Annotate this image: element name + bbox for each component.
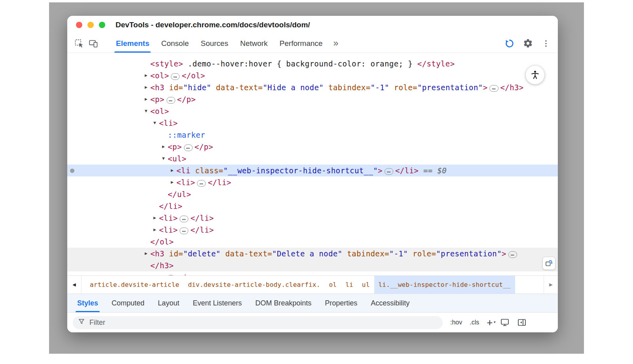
new-style-rule-button[interactable]: + [487, 318, 493, 326]
sidebar-tab-properties[interactable]: Properties [318, 294, 364, 312]
dom-tree-row[interactable]: ▶<p>…</p> [67, 141, 558, 153]
monitor-icon [500, 318, 510, 327]
collapsed-content-button[interactable]: … [180, 228, 188, 234]
settings-gear-icon[interactable] [521, 38, 535, 48]
computed-sidebar-toggle-button[interactable] [517, 318, 527, 327]
breadcrumb-item[interactable]: div.devsite-article-body.clearfix. [184, 276, 324, 294]
collapsed-content-button[interactable]: … [171, 73, 180, 80]
disclosure-down-icon[interactable]: ▼ [152, 117, 158, 129]
disclosure-right-icon[interactable]: ▶ [143, 248, 149, 260]
collapsed-content-button[interactable]: … [180, 216, 188, 222]
disclosure-right-icon[interactable]: ▶ [160, 141, 167, 153]
sidebar-tab-strip: StylesComputedLayoutEvent ListenersDOM B… [67, 294, 558, 312]
filter-placeholder: Filter [89, 318, 105, 327]
title-bar: DevTools - developer.chrome.com/docs/dev… [67, 16, 558, 34]
filter-bar: Filter :hov .cls + [67, 312, 558, 332]
sidebar-tab-computed[interactable]: Computed [105, 294, 151, 312]
code-token-tag: </ul> [168, 190, 191, 199]
toolbar-right-group [502, 34, 558, 53]
more-options-kebab-icon[interactable] [539, 39, 553, 48]
sidebar-tab-accessibility[interactable]: Accessibility [364, 294, 416, 312]
code-token-tag: </li> [190, 214, 214, 222]
breadcrumb-item[interactable]: article.devsite-article [85, 276, 184, 294]
disclosure-right-icon[interactable]: ▶ [143, 93, 149, 105]
tab-console[interactable]: Console [155, 34, 195, 53]
element-classes-button[interactable]: .cls [470, 319, 479, 326]
dom-tree-row[interactable]: ▼<ul> [67, 153, 558, 165]
code-token-tag: </style> [417, 59, 455, 68]
zoom-window-button[interactable] [99, 22, 105, 28]
collapsed-content-button[interactable]: … [508, 251, 517, 258]
code-token-tag: </p> [177, 95, 196, 104]
code-token-attr: tabindex= [324, 83, 370, 92]
more-tabs-chevron-icon[interactable]: » [328, 34, 343, 53]
inspect-element-icon[interactable] [72, 34, 86, 53]
device-toolbar-icon[interactable] [86, 34, 100, 53]
dom-tree-row[interactable]: </ol> [67, 236, 558, 248]
disclosure-right-icon[interactable]: ▶ [169, 165, 175, 176]
sidebar-tab-dom-breakpoints[interactable]: DOM Breakpoints [248, 294, 318, 312]
disclosure-right-icon[interactable]: ▶ [169, 176, 175, 188]
disclosure-right-icon[interactable]: ▶ [143, 82, 149, 93]
dom-tree-row[interactable]: ▼<li> [67, 117, 558, 129]
disclosure-right-icon[interactable]: ▶ [143, 70, 149, 82]
toggle-element-state-button[interactable]: :hov [450, 319, 462, 326]
dom-tree-row[interactable]: </h3> [67, 260, 558, 271]
disclosure-right-icon[interactable]: ▶ [152, 224, 158, 236]
main-tab-strip: ElementsConsoleSourcesNetworkPerformance [110, 34, 328, 53]
collapsed-content-button[interactable]: … [197, 180, 206, 187]
minimize-window-button[interactable] [87, 22, 94, 28]
dom-tree-row[interactable]: ▶<p>…</p> [67, 271, 558, 275]
dom-tree-row[interactable]: ▼<ol> [67, 105, 558, 117]
dom-tree-row[interactable]: ::marker [67, 129, 558, 141]
dom-tree-row[interactable]: ▶<li>…</li> [67, 224, 558, 236]
breadcrumb-item[interactable]: li [341, 276, 358, 294]
breadcrumb-item[interactable]: ol [324, 276, 341, 294]
breadcrumb-scroll-left-icon[interactable]: ◀ [67, 276, 81, 294]
dom-tree-row[interactable]: ▶<li class="__web-inspector-hide-shortcu… [67, 165, 558, 176]
breadcrumb-item[interactable]: li.__web-inspector-hide-shortcut__ [374, 276, 515, 294]
accessibility-overlay-button[interactable] [526, 66, 544, 84]
dom-tree-row[interactable]: </li> [67, 200, 558, 212]
dom-tree-row[interactable]: ▶<li>…</li> [67, 212, 558, 224]
disclosure-down-icon[interactable]: ▼ [160, 153, 167, 165]
breadcrumb-item[interactable]: ul [358, 276, 374, 294]
dom-tree-row[interactable]: ▶<p>…</p> [67, 93, 558, 105]
code-token-attr: id= [165, 83, 183, 92]
dom-tree-row[interactable]: ▶<h3 id="hide" data-text="Hide a node" t… [67, 82, 558, 93]
dom-tree-row[interactable]: <style> .demo--hover:hover { background-… [67, 58, 558, 70]
code-token-tag: <ol> [150, 107, 169, 116]
refresh-element-button[interactable] [542, 257, 555, 270]
sync-refresh-icon[interactable] [502, 38, 517, 49]
tab-sources[interactable]: Sources [195, 34, 234, 53]
disclosure-right-icon[interactable]: ▶ [143, 271, 149, 275]
sidebar-tab-layout[interactable]: Layout [151, 294, 186, 312]
close-window-button[interactable] [76, 22, 82, 28]
style-filter-input[interactable]: Filter [73, 316, 443, 329]
collapsed-content-button[interactable]: … [167, 275, 175, 275]
dom-tree-row[interactable]: ▶<li>…</li> [67, 176, 558, 188]
disclosure-down-icon[interactable]: ▼ [143, 105, 149, 117]
tab-performance[interactable]: Performance [274, 34, 329, 53]
tab-elements[interactable]: Elements [110, 34, 155, 53]
code-token-attr: id= [165, 249, 183, 258]
breadcrumb-bar: ◀ article.devsite-articlediv.devsite-art… [67, 275, 558, 294]
code-token-tag: </ol> [150, 237, 174, 246]
dom-tree-row[interactable]: </ul> [67, 188, 558, 200]
breadcrumb-scroll-right-icon[interactable]: ▶ [544, 276, 558, 294]
code-token-tag: <p> [150, 273, 165, 275]
collapsed-content-button[interactable]: … [489, 85, 498, 92]
filter-funnel-icon [78, 318, 85, 327]
sidebar-tab-styles[interactable]: Styles [70, 294, 105, 312]
code-token-value: "Hide a node" [263, 83, 324, 92]
collapsed-content-button[interactable]: … [167, 97, 175, 104]
rendering-emulations-button[interactable] [500, 318, 510, 327]
tab-network[interactable]: Network [234, 34, 274, 53]
sidebar-tab-event-listeners[interactable]: Event Listeners [186, 294, 248, 312]
dom-tree-row[interactable]: ▶<h3 id="delete" data-text="Delete a nod… [67, 248, 558, 260]
dom-tree-row[interactable]: ▶<ol>…</ol> [67, 70, 558, 82]
collapsed-content-button[interactable]: … [184, 144, 193, 151]
code-token-tag: </h3> [500, 83, 524, 92]
disclosure-right-icon[interactable]: ▶ [152, 212, 158, 224]
collapsed-content-button[interactable]: … [385, 168, 393, 175]
